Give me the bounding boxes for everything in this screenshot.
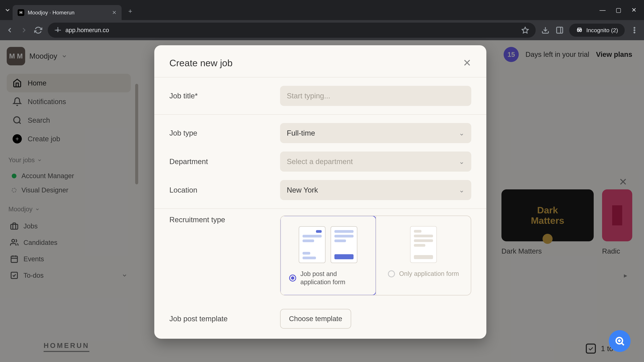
svg-point-8 [634, 32, 635, 33]
recruitment-type-label: Recruitment type [170, 216, 280, 224]
tab-close-icon[interactable]: ✕ [112, 9, 116, 16]
back-button[interactable] [5, 26, 14, 35]
svg-marker-1 [522, 27, 528, 33]
help-fab[interactable] [609, 330, 630, 352]
svg-point-4 [578, 30, 579, 32]
job-type-select[interactable]: Full-time ⌄ [280, 123, 471, 143]
browser-menu-icon[interactable] [630, 26, 639, 35]
radio-selected-icon [289, 275, 296, 282]
reload-button[interactable] [34, 26, 43, 35]
incognito-label: Incognito (2) [586, 27, 618, 33]
incognito-indicator[interactable]: Incognito (2) [569, 24, 625, 37]
incognito-icon [576, 27, 583, 34]
recruitment-option-job-post-and-form[interactable]: Job post and application form [280, 216, 376, 296]
create-job-modal: Create new job ✕ Job title* Job type Ful… [154, 45, 486, 339]
location-select[interactable]: New York ⌄ [280, 180, 471, 200]
chevron-down-icon: ⌄ [459, 158, 464, 165]
zoom-search-icon [614, 336, 625, 347]
rec-opt2-label: Only application form [399, 270, 459, 278]
location-label: Location [170, 186, 280, 194]
modal-close-button[interactable]: ✕ [463, 57, 471, 69]
svg-point-6 [634, 27, 635, 28]
recruitment-option-form-only[interactable]: Only application form [376, 216, 471, 295]
tab-title: Moodjoy · Homerun [28, 9, 74, 16]
option-illustration [299, 226, 358, 263]
close-window-icon[interactable]: ✕ [632, 6, 636, 13]
svg-line-19 [622, 343, 624, 345]
side-panel-icon[interactable] [555, 26, 564, 35]
svg-point-5 [580, 30, 582, 32]
job-title-input[interactable] [280, 86, 471, 106]
rec-opt1-label: Job post and application form [300, 270, 367, 286]
url-text: app.homerun.co [66, 27, 109, 34]
minimize-icon[interactable]: — [600, 6, 606, 13]
modal-title: Create new job [170, 57, 232, 68]
location-value: New York [287, 186, 318, 194]
chevron-down-icon: ⌄ [459, 129, 464, 137]
chevron-down-icon: ⌄ [459, 186, 464, 194]
browser-tab-strip: H Moodjoy · Homerun ✕ + — ▢ ✕ [0, 0, 644, 20]
downloads-icon[interactable] [541, 26, 550, 35]
radio-unselected-icon [388, 270, 395, 277]
browser-tab[interactable]: H Moodjoy · Homerun ✕ [12, 5, 122, 20]
tab-favicon-icon: H [18, 9, 24, 16]
forward-button[interactable] [19, 26, 28, 35]
maximize-icon[interactable]: ▢ [616, 6, 621, 13]
job-type-label: Job type [170, 129, 280, 137]
recruitment-type-options: Job post and application form Only appli… [280, 216, 471, 296]
new-tab-button[interactable]: + [128, 7, 132, 15]
window-controls: — ▢ ✕ [600, 6, 642, 13]
job-title-label: Job title* [170, 92, 280, 100]
choose-template-button[interactable]: Choose template [280, 309, 351, 329]
tab-search-dropdown[interactable] [2, 5, 12, 15]
department-label: Department [170, 157, 280, 166]
job-type-value: Full-time [287, 129, 315, 137]
department-select[interactable]: Select a department ⌄ [280, 151, 471, 172]
browser-toolbar: app.homerun.co Incognito (2) [0, 20, 644, 40]
job-post-template-label: Job post template [170, 315, 280, 323]
svg-rect-2 [556, 27, 563, 33]
bookmark-star-icon[interactable] [522, 26, 529, 34]
address-bar[interactable]: app.homerun.co [48, 23, 536, 38]
department-placeholder: Select a department [287, 157, 353, 166]
site-settings-icon[interactable] [54, 27, 61, 33]
option-illustration [410, 226, 437, 263]
svg-point-7 [634, 30, 635, 31]
app-viewport: M M Moodjoy Home Notifications Search + … [0, 40, 644, 362]
